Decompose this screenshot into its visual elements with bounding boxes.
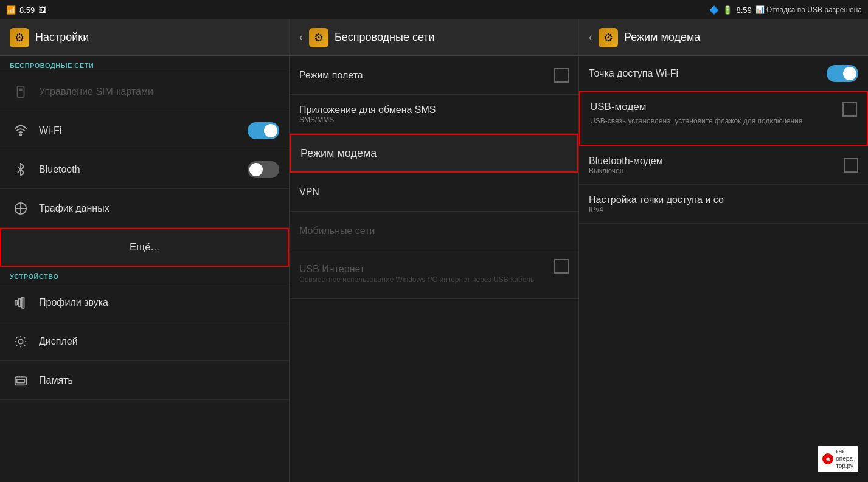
usb-debug-text: 📊 Отладка по USB разрешена <box>755 5 862 14</box>
bt-modem-sublabel: Выключен <box>589 167 844 175</box>
svg-point-7 <box>18 339 23 343</box>
panel2-body: Режим полета Приложение для обмена SMS S… <box>290 56 578 482</box>
status-time-left: 8:59 <box>19 5 35 15</box>
svg-rect-1 <box>19 88 23 91</box>
vpn-item[interactable]: VPN <box>290 173 578 212</box>
bluetooth-item[interactable]: Bluetooth <box>0 150 289 189</box>
traffic-text: Трафик данных <box>39 203 279 214</box>
status-time-right: 8:59 <box>736 5 751 15</box>
wifi-toggle[interactable] <box>248 122 279 139</box>
vpn-text: VPN <box>299 187 569 198</box>
bluetooth-toggle[interactable] <box>248 161 279 178</box>
display-label: Дисплей <box>39 336 279 347</box>
wifi-status-icon: 📶 <box>6 5 16 15</box>
status-bar: 📶 8:59 🖼 🔷 🔋 8:59 📊 Отладка по USB разре… <box>0 0 868 19</box>
usb-internet-text: USB Интернет Совместное использование Wi… <box>299 264 554 285</box>
svg-rect-5 <box>18 298 21 306</box>
bt-modem-item[interactable]: Bluetooth-модем Выключен <box>579 146 868 185</box>
panel3-header: ‹ ⚙ Режим модема <box>579 19 868 56</box>
hotspot-settings-item[interactable]: Настройка точки доступа и со IPv4 <box>579 185 868 224</box>
mobile-item[interactable]: Мобильные сети <box>290 212 578 250</box>
status-right: 🔷 🔋 8:59 📊 Отладка по USB разрешена <box>577 5 862 15</box>
bluetooth-toggle-knob <box>249 163 263 176</box>
status-left: 📶 8:59 🖼 <box>6 5 291 15</box>
usb-modem-sublabel: USB-связь установлена, установите флажок… <box>590 115 842 126</box>
more-text: Ещё... <box>11 241 278 253</box>
vpn-label: VPN <box>299 187 569 198</box>
main-content: ⚙ Настройки БЕСПРОВОДНЫЕ СЕТИ Управление… <box>0 19 868 482</box>
panel1-header: ⚙ Настройки <box>0 19 289 56</box>
modem-mode-item[interactable]: Режим модема <box>290 134 578 173</box>
usb-internet-label: USB Интернет <box>299 264 554 275</box>
battery-status-icon: 🔋 <box>723 5 732 15</box>
sim-text: Управление SIM-картами <box>39 86 279 97</box>
mobile-text: Мобильные сети <box>299 226 569 236</box>
sms-sublabel: SMS/MMS <box>299 115 569 124</box>
sms-item[interactable]: Приложение для обмена SMS SMS/MMS <box>290 95 578 134</box>
watermark-text: какоператор.ру <box>836 448 853 470</box>
sim-item[interactable]: Управление SIM-картами <box>0 72 289 111</box>
usb-internet-item[interactable]: USB Интернет Совместное использование Wi… <box>290 250 578 299</box>
sound-text: Профили звука <box>39 297 279 308</box>
panel-modem: ‹ ⚙ Режим модема Точка доступа Wi-Fi USB… <box>579 19 868 482</box>
bt-modem-checkbox[interactable] <box>844 158 858 173</box>
bluetooth-label: Bluetooth <box>39 164 248 175</box>
traffic-item[interactable]: Трафик данных <box>0 189 289 228</box>
bluetooth-text: Bluetooth <box>39 164 248 175</box>
watermark: ◉ какоператор.ру <box>818 446 858 472</box>
panel1-title: Настройки <box>35 31 89 44</box>
display-item[interactable]: Дисплей <box>0 322 289 361</box>
wifi-icon <box>10 124 32 137</box>
usb-internet-checkbox[interactable] <box>554 259 569 274</box>
panel-wireless: ‹ ⚙ Беспроводные сети Режим полета Прило… <box>290 19 579 482</box>
settings-gear-icon: ⚙ <box>10 28 29 47</box>
traffic-icon <box>10 202 32 215</box>
memory-text: Память <box>39 375 279 386</box>
traffic-label: Трафик данных <box>39 203 279 214</box>
panel2-header: ‹ ⚙ Беспроводные сети <box>290 19 578 56</box>
usb-modem-text: USB-модем USB-связь установлена, установ… <box>590 100 842 126</box>
modem-mode-label: Режим модема <box>300 147 568 160</box>
wifi-label: Wi-Fi <box>39 125 248 136</box>
wifi-text: Wi-Fi <box>39 125 248 136</box>
wifi-item[interactable]: Wi-Fi <box>0 111 289 150</box>
wireless-gear-icon: ⚙ <box>309 28 328 47</box>
modem-gear-icon: ⚙ <box>599 28 618 47</box>
image-status-icon: 🖼 <box>38 5 46 15</box>
modem-mode-text: Режим модема <box>300 147 568 160</box>
svg-rect-6 <box>22 297 24 308</box>
memory-label: Память <box>39 375 279 386</box>
wifi-ap-toggle[interactable] <box>827 65 858 82</box>
airplane-label: Режим полета <box>299 70 554 81</box>
bt-modem-label: Bluetooth-модем <box>589 156 844 167</box>
sound-item[interactable]: Профили звука <box>0 283 289 322</box>
more-label: Ещё... <box>130 241 159 253</box>
svg-rect-0 <box>18 86 24 97</box>
display-text: Дисплей <box>39 336 279 347</box>
sms-label: Приложение для обмена SMS <box>299 105 569 115</box>
airplane-text: Режим полета <box>299 70 554 81</box>
bluetooth-status-icon: 🔷 <box>709 5 719 15</box>
hotspot-settings-text: Настройка точки доступа и со IPv4 <box>589 195 858 214</box>
sms-text: Приложение для обмена SMS SMS/MMS <box>299 105 569 124</box>
airplane-item[interactable]: Режим полета <box>290 56 578 95</box>
panel3-title: Режим модема <box>624 31 700 44</box>
wireless-section-label: БЕСПРОВОДНЫЕ СЕТИ <box>0 56 289 72</box>
wifi-toggle-knob <box>264 124 277 137</box>
memory-item[interactable]: Память <box>0 361 289 400</box>
panel1-body: БЕСПРОВОДНЫЕ СЕТИ Управление SIM-картами… <box>0 56 289 482</box>
usb-modem-checkbox[interactable] <box>842 102 857 117</box>
panel3-back-arrow: ‹ <box>589 31 592 44</box>
usb-modem-item[interactable]: USB-модем USB-связь установлена, установ… <box>579 91 868 146</box>
device-section-label: УСТРОЙСТВО <box>0 267 289 283</box>
usb-internet-sublabel: Совместное использование Windows PC инте… <box>299 275 554 285</box>
svg-rect-4 <box>15 300 18 305</box>
wifi-ap-row[interactable]: Точка доступа Wi-Fi <box>579 56 868 91</box>
panel3-body: Точка доступа Wi-Fi USB-модем USB-связь … <box>579 56 868 482</box>
panel2-title: Беспроводные сети <box>335 31 435 44</box>
sim-label: Управление SIM-картами <box>39 86 279 97</box>
hotspot-settings-label: Настройка точки доступа и со <box>589 195 858 205</box>
airplane-checkbox[interactable] <box>554 68 569 83</box>
display-icon <box>10 335 32 348</box>
more-item[interactable]: Ещё... <box>0 228 289 267</box>
